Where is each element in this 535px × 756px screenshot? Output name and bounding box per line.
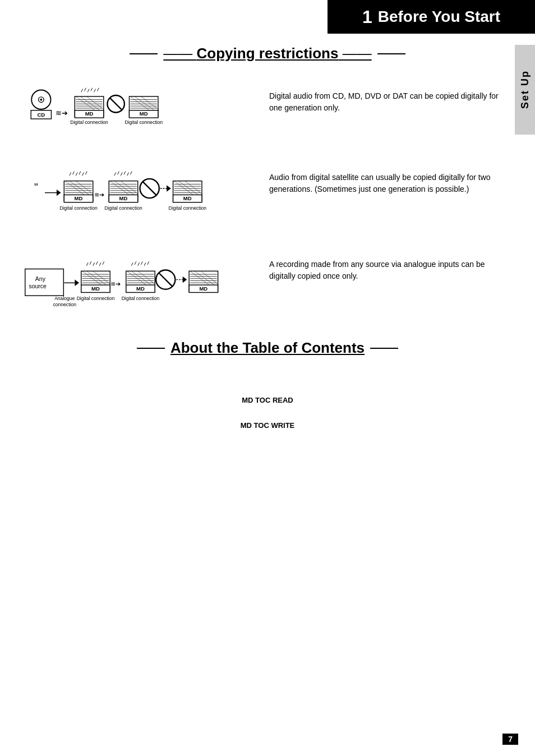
diagram-3-svg: Any source MD Analogue connection (22, 253, 247, 317)
toc-dash-right (370, 348, 398, 349)
svg-line-136 (138, 262, 140, 266)
svg-marker-83 (167, 186, 171, 192)
diagram-row-2: " MD Digital connection (22, 160, 513, 227)
svg-line-37 (91, 88, 93, 91)
svg-text:≋➔: ≋➔ (56, 109, 68, 117)
svg-marker-143 (183, 276, 187, 283)
svg-text:Digital connection: Digital connection (77, 296, 115, 301)
svg-text:CD: CD (37, 112, 45, 118)
diagram-3: Any source MD Analogue connection (22, 253, 258, 319)
toc-entries: MD TOC READ MD TOC WRITE (0, 368, 535, 458)
svg-line-135 (135, 261, 136, 265)
description-2-text: Audio from digital satellite can usually… (269, 173, 491, 193)
svg-line-34 (81, 89, 83, 93)
toc-entry-1-label: MD TOC READ (242, 396, 293, 404)
description-3: A recording made from any source via ana… (258, 253, 513, 282)
svg-line-119 (96, 261, 98, 265)
svg-marker-42 (57, 190, 61, 196)
toc-entry-2: MD TOC WRITE (22, 421, 513, 430)
diagram-1: CD ≋➔ MD Digital connection (22, 85, 258, 140)
svg-line-118 (93, 262, 95, 266)
svg-text:≋➔: ≋➔ (110, 280, 121, 287)
svg-text:Digital connection: Digital connection (168, 205, 206, 211)
diagram-1-svg: CD ≋➔ MD Digital connection (22, 85, 247, 138)
svg-rect-96 (25, 269, 64, 296)
svg-line-55 (70, 173, 71, 176)
toc-dash-left (137, 348, 165, 349)
chapter-number: 1 (362, 7, 372, 27)
svg-text:Analogue: Analogue (54, 296, 75, 301)
svg-text:MD: MD (183, 195, 192, 201)
svg-text:MD: MD (199, 285, 207, 292)
diagram-2-svg: " MD Digital connection (22, 166, 247, 225)
dash-right (377, 53, 405, 54)
copying-restrictions-section: Copying restrictions (0, 45, 535, 62)
svg-point-2 (40, 99, 42, 101)
description-1: Digital audio from CD, MD, DVD or DAT ca… (258, 85, 513, 114)
svg-line-74 (114, 173, 116, 176)
svg-line-120 (99, 262, 101, 266)
svg-text:": " (34, 181, 38, 193)
svg-text:MD: MD (140, 110, 148, 117)
dash-left (130, 53, 158, 54)
svg-text:Digital connection: Digital connection (104, 205, 142, 211)
diagram-2: " MD Digital connection (22, 166, 258, 227)
about-toc-section: About the Table of Contents (0, 339, 535, 357)
svg-text:Digital connection: Digital connection (70, 119, 108, 125)
svg-line-79 (130, 172, 132, 175)
svg-text:≋➔: ≋➔ (94, 191, 104, 198)
chapter-header: 1 Before You Start (328, 0, 535, 34)
svg-text:MD: MD (75, 195, 83, 201)
description-3-text: A recording made from any source via ana… (269, 260, 485, 280)
toc-title-dashes: About the Table of Contents (0, 339, 535, 357)
svg-line-78 (127, 173, 129, 176)
side-tab: Set Up (515, 45, 535, 135)
description-2: Audio from digital satellite can usually… (258, 166, 513, 195)
svg-text:MD: MD (119, 195, 128, 201)
svg-text:Digital connection: Digital connection (122, 296, 160, 301)
toc-entry-2-label: MD TOC WRITE (241, 421, 295, 430)
svg-text:connection: connection (53, 302, 77, 307)
svg-line-56 (73, 172, 75, 175)
svg-line-75 (118, 172, 119, 175)
svg-text:MD: MD (91, 285, 100, 292)
svg-text:source: source (29, 283, 47, 289)
svg-text:Any: Any (35, 276, 46, 282)
about-toc-title: About the Table of Contents (170, 339, 365, 357)
svg-line-58 (79, 172, 81, 175)
svg-line-36 (87, 89, 89, 93)
svg-line-39 (97, 88, 99, 91)
diagram-row-3: Any source MD Analogue connection (22, 247, 513, 319)
main-content: CD ≋➔ MD Digital connection (0, 79, 535, 319)
svg-text:Digital connection: Digital connection (124, 119, 163, 125)
svg-line-137 (141, 261, 142, 265)
svg-text:MD: MD (136, 285, 145, 292)
svg-marker-100 (75, 280, 79, 286)
svg-text:Digital connection: Digital connection (59, 205, 98, 211)
svg-line-121 (103, 261, 104, 265)
toc-entry-1: MD TOC READ (22, 396, 513, 404)
diagram-row-1: CD ≋➔ MD Digital connection (22, 79, 513, 140)
description-1-text: Digital audio from CD, MD, DVD or DAT ca… (269, 91, 499, 112)
svg-line-138 (144, 262, 146, 266)
title-dashes: Copying restrictions (0, 45, 535, 62)
svg-line-38 (94, 89, 96, 93)
svg-line-76 (121, 173, 122, 176)
side-tab-label: Set Up (519, 70, 531, 109)
svg-line-77 (124, 172, 126, 175)
svg-line-59 (82, 173, 84, 176)
page-number: 7 (502, 734, 518, 745)
chapter-title: Before You Start (378, 8, 500, 26)
svg-line-134 (131, 262, 133, 266)
svg-line-60 (85, 172, 87, 175)
svg-line-57 (76, 173, 77, 176)
svg-text:MD: MD (85, 110, 94, 117)
svg-line-139 (147, 261, 149, 265)
svg-line-117 (90, 261, 91, 265)
svg-line-116 (86, 262, 88, 266)
svg-line-35 (84, 88, 86, 91)
copying-restrictions-title: Copying restrictions (163, 45, 371, 62)
